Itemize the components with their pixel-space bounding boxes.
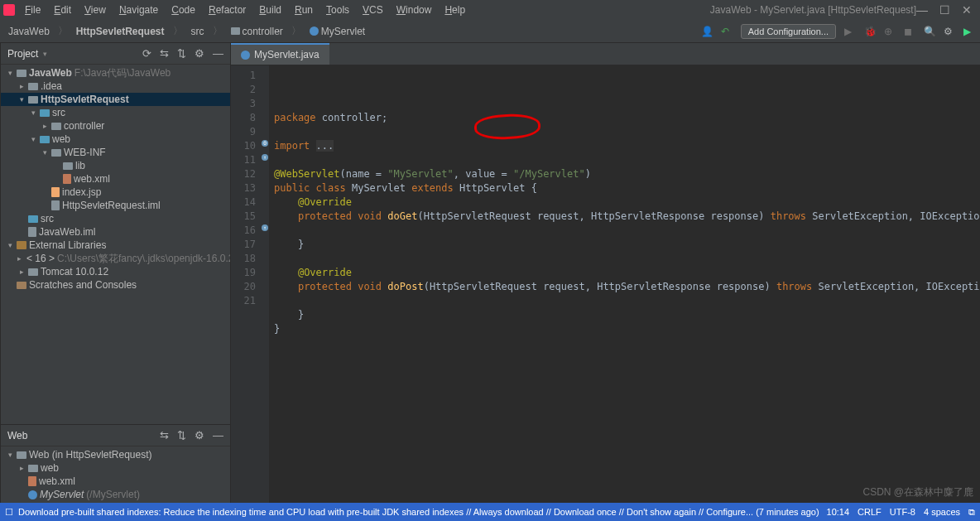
tree-item[interactable]: Scratches and Consoles xyxy=(1,278,230,292)
project-panel-title[interactable]: Project xyxy=(7,48,38,60)
class-ico-icon xyxy=(28,490,37,499)
file-ico-icon xyxy=(28,227,36,237)
main-area: Project ▾ ⟳⇆⇅⚙— JavaWeb F:\Java代码\JavaWe… xyxy=(0,43,980,503)
menu-window[interactable]: Window xyxy=(392,2,437,17)
folder-blue-icon xyxy=(17,451,26,459)
menu-edit[interactable]: Edit xyxy=(49,2,76,17)
tree-item[interactable]: web.xml xyxy=(1,475,230,488)
tree-item[interactable]: index.jsp xyxy=(1,186,230,199)
minimize-button[interactable]: — xyxy=(916,3,928,17)
breadcrumb-item[interactable]: src xyxy=(188,24,208,39)
panel-tool-icon[interactable]: ⇅ xyxy=(177,429,186,441)
web-tool-window: Web ⇆⇅⚙— Web (in HttpSevletRequest) web … xyxy=(1,424,230,503)
tree-item[interactable]: Tomcat 10.0.12 xyxy=(1,265,230,278)
panel-tool-icon[interactable]: — xyxy=(213,47,223,60)
status-bar: ☐ Download pre-built shared indexes: Red… xyxy=(0,503,980,521)
panel-tool-icon[interactable]: ⇆ xyxy=(160,429,169,441)
tree-item[interactable]: .idea xyxy=(1,80,230,93)
titlebar: FileEditViewNavigateCodeRefactorBuildRun… xyxy=(0,0,980,20)
nav-toolbar: JavaWeb〉HttpSevletRequest〉src〉controller… xyxy=(0,20,980,43)
override-mark-icon[interactable]: O xyxy=(262,140,268,147)
status-item[interactable]: 10:14 xyxy=(827,507,850,517)
tree-item[interactable]: HttpSevletRequest xyxy=(1,93,230,106)
panel-tool-icon[interactable]: ⇅ xyxy=(177,47,186,60)
stop-icon[interactable]: ◼ xyxy=(904,26,915,37)
folder-blue-icon xyxy=(63,162,73,170)
panel-tool-icon[interactable]: ⚙ xyxy=(195,429,204,441)
close-button[interactable]: ✕ xyxy=(962,3,972,17)
override-mark-icon[interactable]: ↑ xyxy=(262,224,268,231)
tree-item[interactable]: < 16 > C:\Users\繁花fancy\.jdks\openjdk-16… xyxy=(1,252,230,265)
tree-item[interactable]: src xyxy=(1,106,230,119)
menu-file[interactable]: File xyxy=(20,2,46,17)
web-panel-tools: ⇆⇅⚙— xyxy=(160,429,223,441)
folder-blue-icon xyxy=(28,268,38,276)
panel-tool-icon[interactable]: ⟳ xyxy=(142,47,151,60)
maximize-button[interactable]: ☐ xyxy=(939,3,950,17)
menu-help[interactable]: Help xyxy=(440,2,470,17)
back-arrow-icon[interactable]: ↶ xyxy=(721,26,733,37)
run-anything-icon[interactable]: ▶ xyxy=(963,26,975,37)
code-content[interactable]: package controller; import ... @WebServl… xyxy=(269,65,980,503)
folder-teal-icon xyxy=(40,109,50,117)
web-panel-header: Web ⇆⇅⚙— xyxy=(1,425,230,446)
panel-tool-icon[interactable]: ⇆ xyxy=(160,47,169,60)
menu-refactor[interactable]: Refactor xyxy=(204,2,251,17)
tree-item[interactable]: MyServlet (/MyServlet) xyxy=(1,488,230,501)
run-icon[interactable]: ▶ xyxy=(844,26,856,37)
tree-item[interactable]: web xyxy=(1,133,230,146)
menu-navigate[interactable]: Navigate xyxy=(114,2,163,17)
watermark-text: CSDN @在森林中麋了鹿 xyxy=(862,485,973,499)
project-dropdown-icon[interactable]: ▾ xyxy=(43,50,47,58)
attach-icon[interactable]: ⊕ xyxy=(884,26,896,37)
tree-item[interactable]: web.xml xyxy=(1,172,230,186)
editor-tabs: MyServlet.java xyxy=(231,43,980,65)
web-panel-title[interactable]: Web xyxy=(7,430,27,441)
debug-icon[interactable]: 🐞 xyxy=(864,26,876,37)
tree-item[interactable]: Web (in HttpSevletRequest) xyxy=(1,448,230,461)
status-item[interactable]: 4 spaces xyxy=(924,507,960,517)
search-icon[interactable]: 🔍 xyxy=(924,26,935,37)
menu-vcs[interactable]: VCS xyxy=(358,2,388,17)
user-icon[interactable]: 👤 xyxy=(701,26,713,37)
code-editor[interactable]: 1 2 3 8 9 10 11 12 13 14 15 16 17 18 19 … xyxy=(231,65,980,503)
status-item[interactable]: CRLF xyxy=(858,507,882,517)
menu-run[interactable]: Run xyxy=(290,2,318,17)
web-tree[interactable]: Web (in HttpSevletRequest) web web.xml M… xyxy=(1,446,230,503)
status-item[interactable]: UTF-8 xyxy=(890,507,915,517)
project-panel-header: Project ▾ ⟳⇆⇅⚙— xyxy=(1,43,230,65)
editor-tab-myservlet[interactable]: MyServlet.java xyxy=(231,43,329,65)
window-title: JavaWeb - MyServlet.java [HttpSevletRequ… xyxy=(710,4,916,16)
add-configuration-button[interactable]: Add Configuration... xyxy=(741,24,836,39)
panel-tool-icon[interactable]: — xyxy=(213,429,223,441)
menu-view[interactable]: View xyxy=(79,2,111,17)
breadcrumbs: JavaWeb〉HttpSevletRequest〉src〉controller… xyxy=(5,24,368,39)
menu-build[interactable]: Build xyxy=(254,2,286,17)
tree-item[interactable]: HttpSevletRequest.iml xyxy=(1,199,230,212)
tree-item[interactable]: web xyxy=(1,461,230,475)
breadcrumb-item[interactable]: MyServlet xyxy=(306,24,368,39)
status-icon[interactable]: ☐ xyxy=(5,507,13,518)
tree-item[interactable]: External Libraries xyxy=(1,239,230,252)
tree-item[interactable]: lib xyxy=(1,159,230,172)
tree-item[interactable]: WEB-INF xyxy=(1,146,230,159)
tree-item[interactable]: JavaWeb.iml xyxy=(1,225,230,239)
tree-item[interactable]: controller xyxy=(1,119,230,133)
class-icon xyxy=(241,51,250,60)
folder-orange-icon xyxy=(17,282,26,289)
project-tree[interactable]: JavaWeb F:\Java代码\JavaWeb .idea HttpSevl… xyxy=(1,65,230,424)
override-mark-icon[interactable]: ↑ xyxy=(262,154,268,161)
file-ico-icon xyxy=(51,200,60,210)
jsp-ico-icon xyxy=(51,187,60,197)
gear-icon[interactable]: ⚙ xyxy=(944,26,955,37)
tree-item[interactable]: src xyxy=(1,212,230,225)
breadcrumb-item[interactable]: controller xyxy=(228,24,286,39)
breadcrumb-item[interactable]: JavaWeb xyxy=(5,24,53,39)
panel-tool-icon[interactable]: ⚙ xyxy=(195,47,204,60)
menu-tools[interactable]: Tools xyxy=(321,2,354,17)
status-item[interactable]: ⧉ xyxy=(968,507,975,518)
breadcrumb-item[interactable]: HttpSevletRequest xyxy=(73,24,168,39)
tree-item[interactable]: JavaWeb F:\Java代码\JavaWeb xyxy=(1,66,230,80)
status-message[interactable]: Download pre-built shared indexes: Reduc… xyxy=(18,507,819,517)
menu-code[interactable]: Code xyxy=(166,2,200,17)
